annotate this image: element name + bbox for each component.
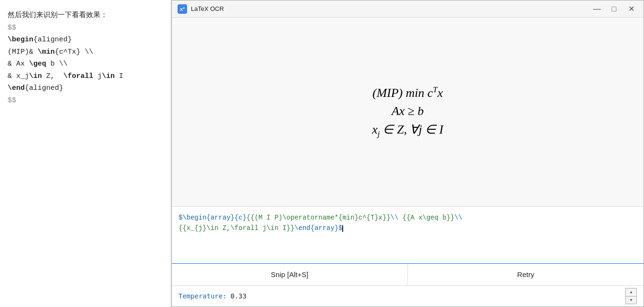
left-line-1: 然后我们来识别一下看看效果：: [8, 10, 163, 22]
app-icon: x²: [178, 4, 187, 14]
temperature-spinner[interactable]: ▲ ▼: [625, 288, 637, 304]
math-display: (MIP) min cTx Ax ≥ b xj ∈ Z, ∀j ∈ I: [372, 81, 444, 143]
minimize-button[interactable]: —: [590, 2, 604, 16]
left-text-panel: 然后我们来识别一下看看效果： $$ \begin{aligned} (MIP)&…: [0, 0, 171, 307]
left-line-7: \end{aligned}: [8, 82, 163, 95]
math-preview: (MIP) min cTx Ax ≥ b xj ∈ Z, ∀j ∈ I: [172, 18, 644, 207]
text-cursor: [342, 225, 343, 232]
snip-button[interactable]: Snip [Alt+S]: [172, 264, 408, 285]
temperature-value: 0.33: [230, 292, 625, 300]
left-line-2: $$: [8, 22, 163, 34]
window-controls: — □ ✕: [590, 2, 638, 16]
left-line-5: & Ax \geq b \\: [8, 58, 163, 70]
math-line-2: Ax ≥ b: [372, 104, 444, 118]
left-line-3: \begin{aligned}: [8, 34, 163, 46]
action-button-row: Snip [Alt+S] Retry: [172, 264, 644, 286]
temperature-row: Temperature: 0.33 ▲ ▼: [172, 286, 644, 307]
ocr-window: x² LaTeX OCR — □ ✕ (MIP) min cTx Ax ≥ b …: [171, 0, 644, 307]
window-title: LaTeX OCR: [191, 5, 590, 12]
temperature-label: Temperature:: [178, 292, 227, 300]
math-line-3: xj ∈ Z, ∀j ∈ I: [372, 122, 444, 139]
left-line-8: $$: [8, 95, 163, 107]
latex-code-area[interactable]: $\begin{array}{c}{{(M I P)\operatorname*…: [172, 207, 644, 264]
spinner-up-button[interactable]: ▲: [626, 288, 636, 297]
left-line-4: (MIP)& \min{c^Tx} \\: [8, 46, 163, 58]
math-line-1: (MIP) min cTx: [372, 85, 444, 100]
spinner-down-button[interactable]: ▼: [626, 297, 636, 304]
close-button[interactable]: ✕: [624, 2, 638, 16]
retry-button[interactable]: Retry: [408, 264, 644, 285]
left-line-6: & x_j\in Z, \forall j\in I: [8, 70, 163, 83]
code-line-2: {{x_{j}\in Z,\forall j\in I}}\end{array}…: [178, 223, 637, 233]
maximize-button[interactable]: □: [607, 2, 621, 16]
title-bar: x² LaTeX OCR — □ ✕: [172, 0, 644, 18]
code-line-1: $\begin{array}{c}{{(M I P)\operatorname*…: [178, 212, 637, 223]
